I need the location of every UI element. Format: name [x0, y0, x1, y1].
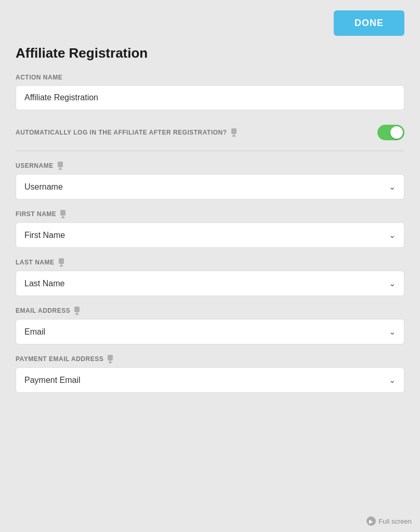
- svg-marker-7: [59, 264, 63, 267]
- svg-marker-5: [61, 216, 65, 218]
- username-group: USERNAME Username ⌄: [16, 162, 404, 200]
- first-name-label: FIRST NAME: [16, 210, 404, 218]
- last-name-chevron-icon: ⌄: [389, 278, 396, 288]
- auto-login-info-icon: [230, 128, 238, 137]
- first-name-chevron-icon: ⌄: [389, 230, 396, 240]
- form-container: ACTION NAME AUTOMATICALLY LOG IN THE AFF…: [16, 74, 404, 393]
- last-name-select[interactable]: Last Name ⌄: [16, 271, 404, 296]
- payment-email-select[interactable]: Payment Email ⌄: [16, 367, 404, 393]
- svg-marker-11: [108, 361, 112, 363]
- svg-rect-6: [59, 258, 64, 264]
- first-name-info-icon: [59, 210, 67, 218]
- action-name-group: ACTION NAME: [16, 74, 404, 110]
- payment-email-value: Payment Email: [24, 376, 81, 385]
- svg-rect-4: [60, 210, 65, 216]
- payment-email-group: PAYMENT EMAIL ADDRESS Payment Email ⌄: [16, 355, 404, 393]
- username-info-icon: [57, 162, 64, 170]
- action-name-label: ACTION NAME: [16, 74, 404, 81]
- email-address-info-icon: [73, 307, 81, 315]
- email-address-select[interactable]: Email ⌄: [16, 319, 404, 344]
- first-name-value: First Name: [24, 231, 65, 240]
- last-name-group: LAST NAME Last Name ⌄: [16, 258, 404, 296]
- action-name-input[interactable]: [16, 85, 404, 110]
- auto-login-label: AUTOMATICALLY LOG IN THE AFFILIATE AFTER…: [16, 128, 238, 137]
- last-name-label: LAST NAME: [16, 258, 404, 267]
- fullscreen-icon: ▶: [366, 516, 376, 526]
- username-select[interactable]: Username ⌄: [16, 174, 404, 200]
- email-address-label: EMAIL ADDRESS: [16, 307, 404, 315]
- first-name-select[interactable]: First Name ⌄: [16, 222, 404, 248]
- last-name-value: Last Name: [24, 279, 64, 288]
- svg-rect-10: [108, 355, 113, 361]
- email-address-chevron-icon: ⌄: [389, 327, 396, 337]
- username-value: Username: [24, 182, 63, 192]
- email-address-value: Email: [24, 327, 45, 337]
- payment-email-label: PAYMENT EMAIL ADDRESS: [16, 355, 404, 363]
- svg-rect-8: [74, 307, 80, 312]
- auto-login-toggle[interactable]: [377, 125, 404, 140]
- done-button[interactable]: DONE: [334, 10, 404, 36]
- svg-marker-9: [75, 312, 79, 315]
- fullscreen-label: Full screen: [378, 517, 412, 525]
- username-chevron-icon: ⌄: [389, 182, 396, 192]
- divider: [16, 151, 404, 151]
- payment-email-info-icon: [107, 355, 114, 363]
- fullscreen-badge[interactable]: ▶ Full screen: [366, 516, 412, 526]
- first-name-group: FIRST NAME First Name ⌄: [16, 210, 404, 248]
- svg-rect-0: [231, 128, 237, 134]
- svg-rect-2: [58, 162, 63, 167]
- auto-login-row: AUTOMATICALLY LOG IN THE AFFILIATE AFTER…: [16, 121, 404, 149]
- last-name-info-icon: [58, 258, 65, 267]
- header: DONE: [16, 10, 404, 36]
- page-title: Affiliate Registration: [16, 45, 404, 61]
- email-address-group: EMAIL ADDRESS Email ⌄: [16, 307, 404, 344]
- payment-email-chevron-icon: ⌄: [389, 375, 396, 385]
- username-label: USERNAME: [16, 162, 404, 170]
- svg-marker-1: [232, 134, 236, 137]
- svg-marker-3: [58, 167, 62, 170]
